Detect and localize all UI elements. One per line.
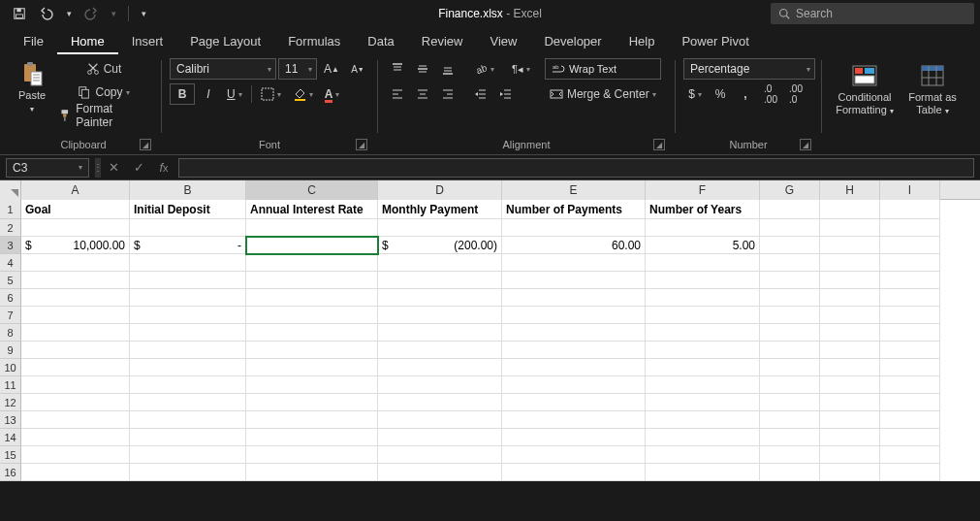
- column-header-E[interactable]: E: [502, 180, 646, 200]
- cell-G14[interactable]: [760, 429, 820, 446]
- cell-B9[interactable]: [130, 342, 246, 359]
- decrease-decimal-button[interactable]: .00.0: [784, 83, 807, 105]
- cell-G12[interactable]: [760, 394, 820, 411]
- column-header-H[interactable]: H: [820, 180, 880, 200]
- fill-color-button[interactable]: ▾: [288, 83, 318, 105]
- bold-button[interactable]: B: [170, 83, 195, 105]
- tab-power-pivot[interactable]: Power Pivot: [668, 29, 762, 54]
- cell-H5[interactable]: [820, 272, 880, 289]
- cell-C16[interactable]: [246, 464, 378, 481]
- increase-indent-button[interactable]: [494, 83, 518, 105]
- cell-H4[interactable]: [820, 254, 880, 272]
- cell-F12[interactable]: [646, 394, 760, 411]
- tab-insert[interactable]: Insert: [118, 29, 177, 54]
- font-name-combo[interactable]: Calibri▾: [170, 58, 276, 80]
- font-size-combo[interactable]: 11▾: [278, 58, 317, 80]
- tab-formulas[interactable]: Formulas: [274, 29, 354, 54]
- cell-B6[interactable]: [130, 289, 246, 307]
- cell-D5[interactable]: [378, 272, 502, 289]
- row-header-4[interactable]: 4: [0, 254, 21, 272]
- cell-E4[interactable]: [502, 254, 646, 272]
- cell-A15[interactable]: [21, 446, 130, 464]
- merge-center-button[interactable]: Merge & Center▾: [545, 83, 661, 105]
- cell-I13[interactable]: [880, 411, 940, 429]
- cell-E16[interactable]: [502, 464, 646, 481]
- redo-dropdown-icon[interactable]: ▾: [107, 3, 120, 24]
- align-left-button[interactable]: [386, 83, 409, 105]
- row-header-10[interactable]: 10: [0, 359, 21, 376]
- cell-F11[interactable]: [646, 376, 760, 394]
- cell-A8[interactable]: [21, 324, 130, 342]
- cell-I15[interactable]: [880, 446, 940, 464]
- cell-A4[interactable]: [21, 254, 130, 272]
- cell-A2[interactable]: [21, 219, 130, 237]
- column-header-F[interactable]: F: [646, 180, 760, 200]
- cell-E1[interactable]: Number of Payments: [502, 200, 646, 219]
- column-header-C[interactable]: C: [246, 180, 378, 200]
- cell-I4[interactable]: [880, 254, 940, 272]
- redo-icon[interactable]: [79, 3, 103, 24]
- cell-H7[interactable]: [820, 307, 880, 324]
- cell-G16[interactable]: [760, 464, 820, 481]
- cell-D8[interactable]: [378, 324, 502, 342]
- cell-C12[interactable]: [246, 394, 378, 411]
- cell-D10[interactable]: [378, 359, 502, 376]
- italic-button[interactable]: I: [197, 83, 220, 105]
- cell-G1[interactable]: [760, 200, 820, 219]
- cell-C14[interactable]: [246, 429, 378, 446]
- cell-H15[interactable]: [820, 446, 880, 464]
- cell-C10[interactable]: [246, 359, 378, 376]
- align-center-button[interactable]: [411, 83, 434, 105]
- cell-C9[interactable]: [246, 342, 378, 359]
- cell-F16[interactable]: [646, 464, 760, 481]
- qat-customize-icon[interactable]: ▾: [137, 3, 150, 24]
- decrease-font-button[interactable]: A▼: [346, 58, 369, 80]
- undo-dropdown-icon[interactable]: ▾: [62, 3, 76, 24]
- conditional-formatting-button[interactable]: Conditional Formatting ▾: [830, 60, 900, 115]
- cell-E8[interactable]: [502, 324, 646, 342]
- alignment-dialog-launcher[interactable]: ◢: [653, 139, 665, 150]
- cell-I8[interactable]: [880, 324, 940, 342]
- cell-D16[interactable]: [378, 464, 502, 481]
- clipboard-dialog-launcher[interactable]: ◢: [140, 139, 151, 150]
- cell-G3[interactable]: [760, 237, 820, 254]
- comma-button[interactable]: ,: [734, 83, 757, 105]
- cell-G15[interactable]: [760, 446, 820, 464]
- column-header-B[interactable]: B: [130, 180, 246, 200]
- cell-H9[interactable]: [820, 342, 880, 359]
- row-header-6[interactable]: 6: [0, 289, 21, 307]
- column-header-D[interactable]: D: [378, 180, 502, 200]
- number-format-combo[interactable]: Percentage▾: [683, 58, 815, 80]
- cell-I6[interactable]: [880, 289, 940, 307]
- paste-button[interactable]: Paste▾: [14, 58, 50, 114]
- cell-B10[interactable]: [130, 359, 246, 376]
- cell-B7[interactable]: [130, 307, 246, 324]
- fx-button[interactable]: fx: [151, 158, 176, 178]
- cut-button[interactable]: Cut: [54, 58, 153, 80]
- cell-A16[interactable]: [21, 464, 130, 481]
- enter-formula-button[interactable]: ✓: [126, 158, 151, 178]
- cell-G2[interactable]: [760, 219, 820, 237]
- search-box[interactable]: Search: [771, 3, 974, 24]
- cell-H14[interactable]: [820, 429, 880, 446]
- cell-H8[interactable]: [820, 324, 880, 342]
- cell-C2[interactable]: [246, 219, 378, 237]
- cell-E14[interactable]: [502, 429, 646, 446]
- undo-icon[interactable]: [35, 3, 58, 24]
- cell-B5[interactable]: [130, 272, 246, 289]
- cell-F9[interactable]: [646, 342, 760, 359]
- row-header-3[interactable]: 3: [0, 237, 21, 254]
- row-header-9[interactable]: 9: [0, 342, 21, 359]
- cell-D11[interactable]: [378, 376, 502, 394]
- cell-F8[interactable]: [646, 324, 760, 342]
- cell-H10[interactable]: [820, 359, 880, 376]
- cell-A14[interactable]: [21, 429, 130, 446]
- copy-button[interactable]: Copy▾: [54, 81, 153, 103]
- cell-B1[interactable]: Initial Deposit: [130, 200, 246, 219]
- cell-C6[interactable]: [246, 289, 378, 307]
- cell-C1[interactable]: Annual Interest Rate: [246, 200, 378, 219]
- row-header-12[interactable]: 12: [0, 394, 21, 411]
- cell-I1[interactable]: [880, 200, 940, 219]
- cell-A7[interactable]: [21, 307, 130, 324]
- number-dialog-launcher[interactable]: ◢: [800, 139, 811, 150]
